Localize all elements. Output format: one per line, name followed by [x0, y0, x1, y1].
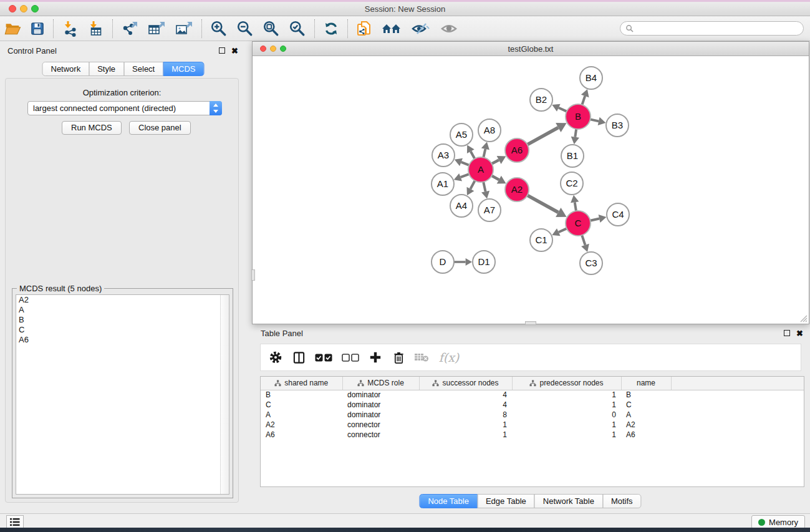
tab-style[interactable]: Style — [89, 62, 124, 76]
graph-edge-B-B3[interactable] — [591, 119, 599, 121]
close-panel-icon[interactable]: ✖ — [231, 46, 238, 56]
network-canvas[interactable]: B4B2BB3A5A8A6A3B1AC2A1A2A4A7C4CC1C3DD1 — [253, 57, 808, 324]
graph-edge-C-C4[interactable] — [591, 219, 600, 221]
memory-button[interactable]: Memory — [751, 515, 805, 529]
resize-gripper-icon[interactable] — [799, 314, 808, 322]
float-panel-icon[interactable] — [784, 330, 790, 336]
table-row[interactable]: Cdominator41C — [261, 400, 804, 410]
refresh-button[interactable] — [319, 19, 344, 39]
result-scrollbar[interactable] — [220, 295, 229, 494]
graph-node-D1[interactable]: D1 — [473, 251, 495, 273]
graph-edge-B-B2[interactable] — [559, 108, 567, 112]
column-header-predecessor-nodes[interactable]: predecessor nodes — [512, 377, 621, 390]
graph-edge-A2-C[interactable] — [528, 195, 559, 212]
export-network-button[interactable] — [117, 19, 143, 39]
graph-edge-C-C1[interactable] — [559, 228, 567, 232]
deselect-all-button[interactable] — [340, 349, 361, 366]
import-table-button[interactable] — [83, 19, 108, 39]
task-history-button[interactable] — [6, 515, 24, 529]
zoom-in-button[interactable] — [206, 19, 232, 39]
graph-edge-A-A7[interactable] — [483, 182, 485, 192]
graph-node-A5[interactable]: A5 — [450, 123, 473, 146]
graph-node-D[interactable]: D — [432, 251, 454, 273]
home-networks-button[interactable] — [377, 19, 407, 39]
mcds-result-item[interactable]: B — [16, 315, 229, 325]
tab-network-table[interactable]: Network Table — [534, 494, 603, 508]
import-network-button[interactable] — [57, 19, 83, 39]
column-header-shared-name[interactable]: shared name — [261, 377, 342, 390]
table-header-row[interactable]: shared name MCDS role successor nodes — [261, 377, 804, 390]
graph-node-C[interactable]: C — [566, 211, 591, 236]
show-column-button[interactable] — [290, 349, 307, 366]
graph-node-A3[interactable]: A3 — [432, 144, 455, 167]
table-row[interactable]: Adominator80A — [261, 410, 804, 420]
delete-column-button[interactable] — [390, 349, 407, 366]
search-field[interactable] — [620, 21, 804, 36]
graph-edge-A-A4[interactable] — [470, 181, 475, 189]
mcds-result-item[interactable]: A6 — [16, 335, 229, 345]
tab-select[interactable]: Select — [123, 62, 163, 76]
zoom-out-button[interactable] — [232, 19, 258, 39]
graph-node-B[interactable]: B — [566, 104, 591, 129]
graph-node-A7[interactable]: A7 — [478, 199, 501, 221]
table-row[interactable]: A2connector11A2 — [261, 420, 804, 430]
column-header-mcds-role[interactable]: MCDS role — [342, 377, 419, 390]
duplicate-network-button[interactable] — [352, 19, 377, 39]
graph-node-C2[interactable]: C2 — [561, 172, 583, 195]
graph-node-B4[interactable]: B4 — [580, 67, 602, 89]
graph-node-B3[interactable]: B3 — [606, 114, 629, 137]
zoom-selected-button[interactable] — [284, 19, 311, 39]
select-all-button[interactable] — [313, 349, 334, 366]
mcds-result-item[interactable]: C — [16, 325, 229, 335]
graph-node-A[interactable]: A — [468, 157, 493, 182]
graph-edge-C-C3[interactable] — [582, 235, 585, 245]
criterion-dropdown[interactable]: largest connected component (directed) — [27, 101, 222, 115]
export-table-button[interactable] — [143, 19, 170, 39]
tab-network[interactable]: Network — [42, 62, 89, 76]
zoom-fit-button[interactable] — [258, 19, 284, 39]
graph-edge-A-A2[interactable] — [492, 176, 499, 180]
node-table[interactable]: shared name MCDS role successor nodes — [260, 376, 804, 487]
close-panel-icon[interactable]: ✖ — [796, 329, 803, 338]
column-header-successor-nodes[interactable]: successor nodes — [419, 377, 512, 390]
graph-edge-A-A3[interactable] — [461, 162, 470, 165]
table-settings-button[interactable] — [267, 349, 284, 366]
create-column-button[interactable] — [367, 349, 384, 366]
graph-edge-C-C2[interactable] — [575, 202, 576, 211]
graph-edge-A-A8[interactable] — [483, 149, 485, 158]
export-image-button[interactable] — [170, 19, 198, 39]
left-resize-handle[interactable] — [251, 269, 255, 281]
graph-node-A6[interactable]: A6 — [505, 138, 529, 162]
tab-mcds[interactable]: MCDS — [163, 62, 204, 76]
mcds-result-item[interactable]: A2 — [16, 295, 229, 305]
graph-node-A4[interactable]: A4 — [450, 195, 473, 217]
graph-edge-A-A5[interactable] — [471, 152, 475, 159]
float-panel-icon[interactable] — [219, 47, 225, 54]
graph-node-C3[interactable]: C3 — [580, 252, 602, 274]
graph-node-A1[interactable]: A1 — [432, 173, 454, 195]
graph-edge-A-A6[interactable] — [492, 160, 499, 163]
graph-edge-A6-B[interactable] — [528, 127, 559, 144]
mcds-result-item[interactable]: A — [16, 305, 229, 315]
graph-node-B1[interactable]: B1 — [561, 145, 584, 167]
table-row[interactable]: Bdominator41B — [261, 390, 804, 400]
tab-node-table[interactable]: Node Table — [419, 494, 478, 508]
graph-node-C1[interactable]: C1 — [530, 229, 552, 251]
graph-node-B2[interactable]: B2 — [530, 89, 552, 111]
column-header-name[interactable]: name — [621, 377, 671, 390]
show-graphics-button[interactable] — [435, 19, 464, 39]
run-mcds-button[interactable]: Run MCDS — [62, 121, 122, 135]
graph-edge-A-A1[interactable] — [461, 174, 470, 177]
network-window-titlebar[interactable]: testGlobe.txt — [253, 42, 809, 56]
save-session-button[interactable] — [26, 19, 49, 39]
mcds-result-list[interactable]: A2ABCA6 — [16, 294, 229, 495]
graph-node-A2[interactable]: A2 — [505, 178, 529, 201]
search-input[interactable] — [637, 24, 803, 34]
graph-node-A8[interactable]: A8 — [478, 119, 501, 142]
tab-motifs[interactable]: Motifs — [602, 494, 642, 508]
table-row[interactable]: A6connector11A6 — [261, 430, 804, 440]
hide-graphics-button[interactable] — [407, 19, 435, 39]
graph-edge-B-B4[interactable] — [582, 96, 585, 105]
graph-node-C4[interactable]: C4 — [607, 203, 629, 226]
open-session-button[interactable] — [0, 19, 26, 39]
